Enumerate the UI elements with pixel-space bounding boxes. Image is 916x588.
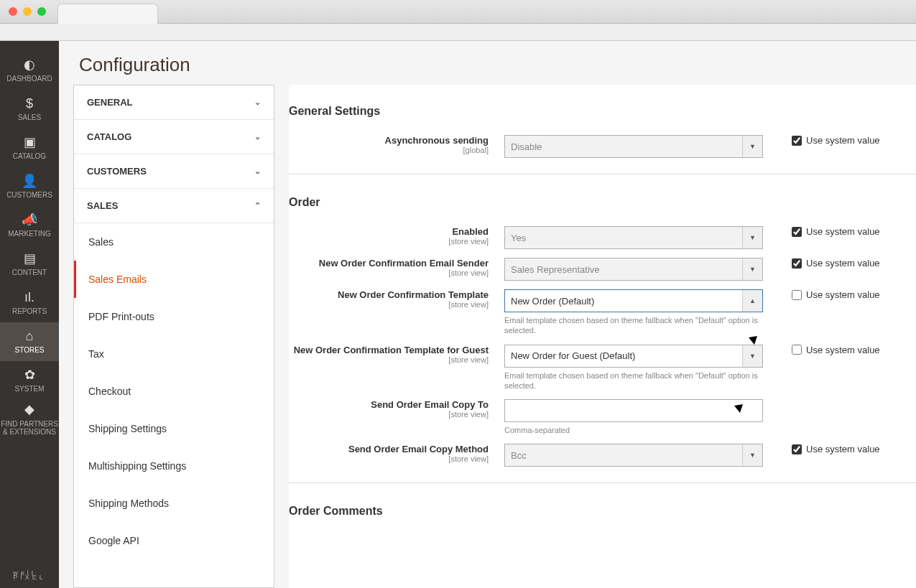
- minimize-window-button[interactable]: [23, 7, 32, 16]
- dashboard-icon: ◐: [24, 58, 35, 73]
- admin-sidebar: ◐DASHBOARD $SALES ▣CATALOG 👤CUSTOMERS 📣M…: [0, 41, 59, 588]
- person-icon: 👤: [22, 174, 37, 189]
- label-template: New Order Confirmation Template[store vi…: [289, 289, 504, 309]
- nav-label: CONTENT: [12, 269, 47, 276]
- section-general[interactable]: GENERAL⌄: [74, 85, 274, 120]
- section-label: SALES: [87, 200, 118, 211]
- gear-icon: ✿: [24, 368, 35, 383]
- label-copy-to: Send Order Email Copy To[store view]: [289, 399, 504, 419]
- subnav-shipping-methods[interactable]: Shipping Methods: [74, 485, 274, 522]
- nav-label: REPORTS: [12, 307, 47, 315]
- subnav-sales-emails[interactable]: Sales Emails: [74, 261, 274, 298]
- use-system-value-sender[interactable]: Use system value: [792, 258, 880, 269]
- nav-sales[interactable]: $SALES: [0, 90, 59, 129]
- nav-label: CATALOG: [13, 152, 46, 160]
- maximize-window-button[interactable]: [37, 7, 46, 16]
- label-sender: New Order Confirmation Email Sender[stor…: [289, 258, 504, 277]
- chevron-down-icon: ⌄: [254, 98, 261, 107]
- label-async-sending: Asynchronous sending[global]: [289, 135, 504, 154]
- dollar-icon: $: [26, 97, 33, 111]
- checkbox-sys-async[interactable]: [792, 136, 802, 146]
- browser-chrome: [0, 0, 916, 24]
- chevron-down-icon: ⌄: [254, 167, 261, 176]
- nav-label: FIND PARTNERS & EXTENSIONS: [0, 420, 59, 436]
- browser-toolbar: [0, 24, 916, 41]
- input-copy-to[interactable]: [504, 399, 763, 422]
- label-copy-method: Send Order Email Copy Method[store view]: [289, 444, 504, 463]
- section-label: CUSTOMERS: [87, 166, 147, 177]
- nav-system[interactable]: ✿SYSTEM: [0, 361, 59, 400]
- chevron-down-icon: [742, 227, 762, 248]
- note-copy-to: Comma-separated: [504, 425, 763, 435]
- checkbox-sys-enabled[interactable]: [792, 227, 802, 237]
- group-order-comments[interactable]: Order Comments: [289, 499, 916, 531]
- select-sender: Sales Representative: [504, 258, 763, 281]
- browser-tab[interactable]: [57, 4, 158, 24]
- nav-label: MARKETING: [8, 230, 50, 238]
- select-template[interactable]: New Order (Default): [504, 289, 763, 312]
- use-system-value-async[interactable]: Use system value: [792, 135, 880, 146]
- chevron-down-icon: [742, 345, 762, 367]
- nav-label: CUSTOMERS: [6, 191, 52, 199]
- use-system-value-copy-method[interactable]: Use system value: [792, 444, 880, 454]
- select-template-guest[interactable]: New Order for Guest (Default): [504, 345, 763, 368]
- nav-label: SYSTEM: [14, 385, 44, 393]
- select-copy-method: Bcc: [504, 444, 763, 467]
- use-system-value-template-guest[interactable]: Use system value: [792, 345, 880, 355]
- box-icon: ▣: [24, 136, 36, 150]
- note-template-guest: Email template chosen based on theme fal…: [504, 370, 763, 391]
- nav-catalog[interactable]: ▣CATALOG: [0, 129, 59, 167]
- group-order[interactable]: Order: [289, 190, 916, 222]
- section-catalog[interactable]: CATALOG⌄: [74, 120, 274, 154]
- settings-form: General Settings Asynchronous sending[gl…: [289, 85, 916, 588]
- select-enabled: Yes: [504, 226, 763, 249]
- nav-label: STORES: [15, 346, 45, 354]
- section-sales[interactable]: SALES⌃: [74, 189, 274, 223]
- nav-partners[interactable]: ◆FIND PARTNERS & EXTENSIONS: [0, 400, 59, 439]
- nav-reports[interactable]: ıl.REPORTS: [0, 284, 59, 322]
- subnav-multishipping[interactable]: Multishipping Settings: [74, 447, 274, 485]
- brand-logo: weltPIXEL: [13, 568, 46, 588]
- label-template-guest: New Order Confirmation Template for Gues…: [289, 345, 504, 364]
- nav-content[interactable]: ▤CONTENT: [0, 245, 59, 284]
- store-icon: ⌂: [26, 330, 34, 344]
- close-window-button[interactable]: [9, 7, 17, 16]
- nav-marketing[interactable]: 📣MARKETING: [0, 206, 59, 245]
- layout-icon: ▤: [24, 252, 36, 266]
- chart-icon: ıl.: [24, 291, 34, 305]
- puzzle-icon: ◆: [24, 403, 34, 417]
- section-label: GENERAL: [87, 97, 133, 108]
- checkbox-sys-template-guest[interactable]: [792, 345, 802, 355]
- select-async-sending: Disable: [504, 135, 763, 158]
- use-system-value-enabled[interactable]: Use system value: [792, 226, 880, 237]
- subnav-shipping-settings[interactable]: Shipping Settings: [74, 410, 274, 447]
- chevron-down-icon: [742, 444, 762, 466]
- nav-stores[interactable]: ⌂STORES: [0, 322, 59, 361]
- divider: [289, 174, 916, 174]
- config-sections-nav: GENERAL⌄ CATALOG⌄ CUSTOMERS⌄ SALES⌃ Sale…: [73, 85, 274, 588]
- chevron-up-icon: ⌃: [254, 201, 261, 210]
- nav-dashboard[interactable]: ◐DASHBOARD: [0, 51, 59, 90]
- checkbox-sys-copy-method[interactable]: [792, 444, 802, 454]
- subnav-sales[interactable]: Sales: [74, 223, 274, 261]
- chevron-down-icon: [742, 258, 762, 280]
- checkbox-sys-template[interactable]: [792, 290, 802, 300]
- section-customers[interactable]: CUSTOMERS⌄: [74, 154, 274, 189]
- checkbox-sys-sender[interactable]: [792, 258, 802, 269]
- subnav-google-api[interactable]: Google API: [74, 522, 274, 559]
- label-enabled: Enabled[store view]: [289, 226, 504, 246]
- megaphone-icon: 📣: [22, 213, 37, 228]
- chevron-up-icon: [742, 290, 762, 312]
- section-label: CATALOG: [87, 131, 131, 142]
- subnav-checkout[interactable]: Checkout: [74, 373, 274, 410]
- subnav-tax[interactable]: Tax: [74, 335, 274, 373]
- nav-label: SALES: [18, 113, 41, 121]
- note-template: Email template chosen based on theme fal…: [504, 315, 763, 336]
- nav-customers[interactable]: 👤CUSTOMERS: [0, 167, 59, 206]
- nav-label: DASHBOARD: [6, 75, 52, 83]
- group-general-settings[interactable]: General Settings: [289, 99, 916, 131]
- window-controls: [9, 7, 46, 16]
- subnav-pdf[interactable]: PDF Print-outs: [74, 298, 274, 335]
- chevron-down-icon: [742, 136, 762, 157]
- use-system-value-template[interactable]: Use system value: [792, 289, 880, 300]
